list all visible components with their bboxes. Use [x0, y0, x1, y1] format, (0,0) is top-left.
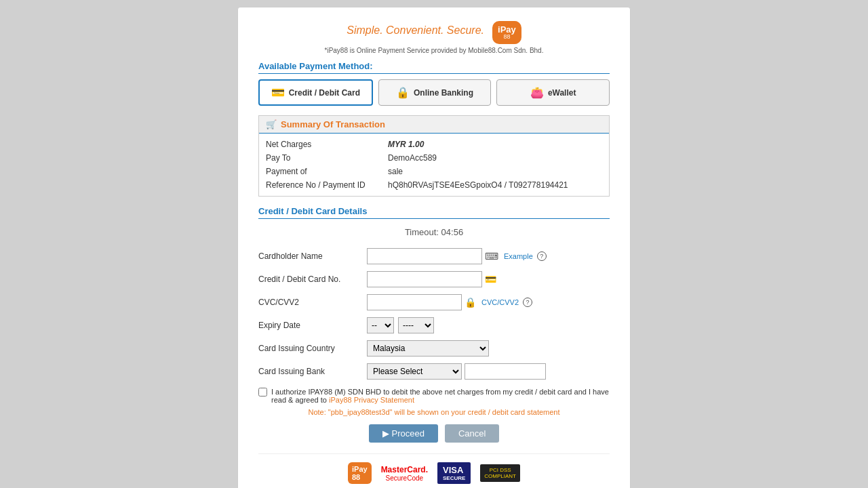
summary-row-payment-of: Payment of sale — [266, 165, 602, 178]
expiry-selects: -- 01020304 05060708 09101112 ---- 20242… — [367, 317, 434, 333]
header-subtext: *iPay88 is Online Payment Service provid… — [258, 47, 610, 54]
ewallet-label: eWallet — [548, 88, 576, 98]
payment-method-title: Available Payment Method: — [258, 61, 610, 74]
credit-card-icon: 💳 — [271, 86, 285, 99]
online-banking-label: Online Banking — [414, 88, 473, 98]
bank-select[interactable]: Please Select Maybank CIMB Public Bank R… — [367, 363, 462, 380]
card-number-input-group: 💳 — [367, 271, 496, 287]
pay-to-label: Pay To — [266, 153, 388, 163]
card-number-input[interactable] — [367, 271, 482, 287]
net-charges-value: MYR 1.00 — [388, 140, 424, 149]
country-select[interactable]: Malaysia Singapore USA UK Others — [367, 340, 489, 357]
bank-input-group: Please Select Maybank CIMB Public Bank R… — [367, 363, 546, 380]
country-row: Card Issuing Country Malaysia Singapore … — [258, 340, 610, 357]
cvc-help-icon[interactable]: ? — [523, 298, 532, 307]
bank-text-input[interactable] — [465, 363, 546, 380]
payment-btn-credit-debit[interactable]: 💳 Credit / Debit Card — [258, 79, 373, 106]
wallet-icon: 👛 — [530, 86, 544, 99]
cardholder-help-icon[interactable]: ? — [537, 251, 547, 261]
card-number-row: Credit / Debit Card No. 💳 — [258, 271, 610, 287]
cvc-input[interactable] — [367, 294, 462, 310]
footer-88-text: 88 — [352, 473, 360, 481]
visa-logo: VISA SECURE — [437, 462, 471, 484]
timeout-label: Timeout: — [405, 227, 441, 237]
credit-debit-label: Credit / Debit Card — [289, 88, 360, 98]
logo-subtext: 88 — [498, 34, 516, 40]
proceed-arrow-icon: ▶ — [382, 428, 389, 439]
card-swipe-icon: 💳 — [485, 274, 496, 285]
cardholder-name-label: Cardholder Name — [258, 251, 367, 261]
authorization-text: I authorize IPAY88 (M) SDN BHD to debit … — [271, 388, 610, 404]
bank-label: Card Issuing Bank — [258, 367, 367, 376]
example-link[interactable]: Example — [504, 252, 533, 260]
cvc-label: CVC/CVV2 — [258, 298, 367, 307]
cardholder-name-input[interactable] — [367, 248, 482, 264]
mastercard-secure: SecureCode — [386, 474, 424, 482]
cancel-button[interactable]: Cancel — [445, 424, 499, 443]
pci-badge: PCI DSSCOMPLIANT — [480, 464, 520, 482]
payment-of-label: Payment of — [266, 167, 388, 176]
note-content: Note: "pbb_ipay88test3d" will be shown o… — [308, 408, 559, 416]
proceed-label: Proceed — [392, 428, 425, 439]
summary-row-pay-to: Pay To DemoAcc589 — [266, 151, 602, 165]
reference-label: Reference No / Payment ID — [266, 180, 388, 190]
cvc-link[interactable]: CVC/CVV2 — [481, 298, 519, 306]
visa-text: VISA — [443, 465, 465, 475]
footer-logos: iPay 88 MasterCard. SecureCode VISA SECU… — [258, 453, 610, 484]
tagline: Simple. Convenient. Secure. — [347, 24, 484, 37]
cvc-lock-icon: 🔒 — [465, 297, 476, 308]
visa-secure: SECURE — [443, 475, 465, 481]
cardholder-name-input-group: ⌨ Example ? — [367, 248, 547, 264]
privacy-statement-link[interactable]: iPay88 Privacy Statement — [329, 396, 414, 404]
timeout-display: Timeout: 04:56 — [258, 227, 610, 237]
button-row: ▶ Proceed Cancel — [258, 424, 610, 443]
summary-section: 🛒 Summary Of Transaction Net Charges MYR… — [258, 115, 610, 197]
expiry-label: Expiry Date — [258, 321, 367, 330]
bank-row: Card Issuing Bank Please Select Maybank … — [258, 363, 610, 380]
net-charges-label: Net Charges — [266, 140, 388, 149]
main-container: Simple. Convenient. Secure. iPay 88 *iPa… — [237, 7, 631, 488]
summary-table: Net Charges MYR 1.00 Pay To DemoAcc589 P… — [259, 134, 609, 196]
timeout-value: 04:56 — [441, 227, 464, 237]
card-number-label: Credit / Debit Card No. — [258, 274, 367, 284]
lock-icon: 🔒 — [396, 86, 410, 99]
expiry-month-select[interactable]: -- 01020304 05060708 09101112 — [367, 317, 394, 333]
ipay88-logo: iPay 88 — [492, 21, 521, 44]
payment-methods-container: 💳 Credit / Debit Card 🔒 Online Banking 👛… — [258, 79, 610, 106]
keyboard-icon[interactable]: ⌨ — [485, 251, 498, 262]
summary-title-text: Summary Of Transaction — [281, 119, 385, 129]
summary-cart-icon: 🛒 — [266, 119, 277, 129]
summary-row-net-charges: Net Charges MYR 1.00 — [266, 138, 602, 151]
expiry-year-select[interactable]: ---- 2024202520262027 202820292030 — [398, 317, 434, 333]
authorization-section: I authorize IPAY88 (M) SDN BHD to debit … — [258, 388, 610, 404]
expiry-row: Expiry Date -- 01020304 05060708 0910111… — [258, 317, 610, 333]
cardholder-name-row: Cardholder Name ⌨ Example ? — [258, 248, 610, 264]
summary-row-reference: Reference No / Payment ID hQ8h0RVAsjTSE4… — [266, 178, 602, 192]
authorization-checkbox[interactable] — [258, 388, 267, 396]
footer-ipay-text: iPay — [352, 465, 368, 473]
reference-value: hQ8h0RVAsjTSE4EeSGpoixO4 / T092778194421 — [388, 180, 568, 190]
payment-of-value: sale — [388, 167, 403, 176]
pay-to-value: DemoAcc589 — [388, 153, 437, 163]
cvc-input-group: 🔒 CVC/CVV2 ? — [367, 294, 532, 310]
payment-btn-online-banking[interactable]: 🔒 Online Banking — [378, 79, 492, 106]
footer-ipay88-logo: iPay 88 — [348, 462, 372, 484]
mastercard-name: MasterCard. — [381, 465, 428, 474]
note-text: Note: "pbb_ipay88test3d" will be shown o… — [258, 408, 610, 416]
proceed-button[interactable]: ▶ Proceed — [369, 424, 438, 443]
country-label: Card Issuing Country — [258, 344, 367, 353]
card-section-title: Credit / Debit Card Details — [258, 206, 610, 219]
header: Simple. Convenient. Secure. iPay 88 *iPa… — [258, 21, 610, 54]
mastercard-logo: MasterCard. SecureCode — [381, 465, 428, 482]
cvc-row: CVC/CVV2 🔒 CVC/CVV2 ? — [258, 294, 610, 310]
payment-btn-ewallet[interactable]: 👛 eWallet — [496, 79, 610, 106]
summary-title: 🛒 Summary Of Transaction — [259, 116, 609, 134]
